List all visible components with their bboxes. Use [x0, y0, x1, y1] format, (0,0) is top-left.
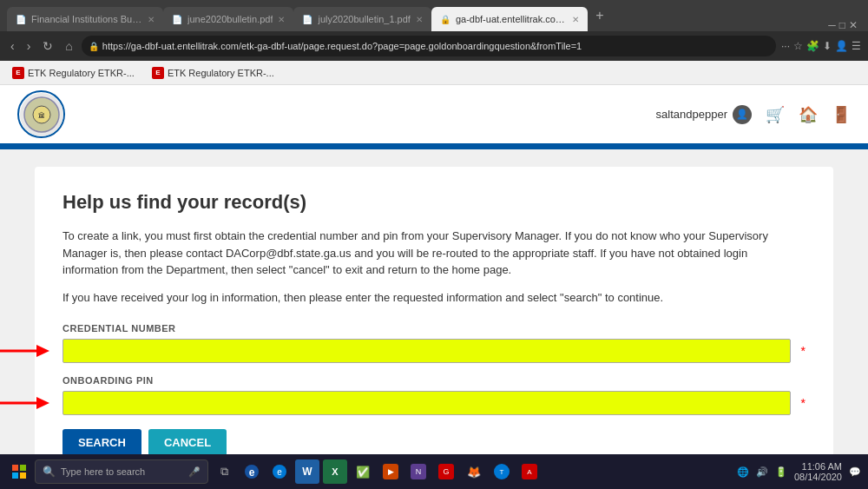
svg-marker-4 — [36, 345, 49, 357]
extensions-icon[interactable]: 🧩 — [806, 40, 819, 52]
app6-button[interactable]: N — [406, 459, 431, 484]
windows-start-button[interactable] — [7, 459, 31, 484]
svg-marker-6 — [36, 397, 49, 409]
button-row: SEARCH CANCEL — [62, 429, 806, 456]
back-button[interactable]: ‹ — [7, 37, 18, 55]
pin-label: ONBOARDING PIN — [62, 375, 806, 386]
app9-button[interactable]: T — [490, 459, 514, 484]
bookmark-1[interactable]: E ETK Regulatory ETKR-... — [147, 65, 279, 81]
battery-icon: 🔋 — [775, 466, 787, 478]
app7-button[interactable]: G — [434, 459, 458, 484]
pin-required-star: * — [801, 396, 806, 410]
credential-required-star: * — [801, 344, 806, 358]
tab-0[interactable]: 📄 Financial Institutions Bulletin /... ✕ — [7, 7, 163, 31]
description-1: To create a link, you must first obtain … — [62, 228, 806, 279]
main-content: Help us find your record(s) To create a … — [0, 149, 868, 489]
credential-label: CREDENTIAL NUMBER — [62, 323, 806, 334]
credential-number-input[interactable] — [62, 339, 791, 363]
edge-button[interactable]: e — [267, 459, 292, 484]
cancel-button[interactable]: CANCEL — [148, 429, 227, 456]
tab-1[interactable]: 📄 june2020bulletin.pdf ✕ — [163, 7, 293, 31]
app10-button[interactable]: A — [517, 459, 542, 484]
tab-bar: 📄 Financial Institutions Bulletin /... ✕… — [0, 0, 868, 31]
description-2: If you have received your log in informa… — [62, 289, 806, 307]
address-bar-row: ‹ › ↻ ⌂ 🔒 https://ga-dbf-uat.entellitrak… — [0, 31, 868, 61]
profile-icon[interactable]: 👤 — [835, 40, 848, 52]
tab-close-2[interactable]: ✕ — [416, 15, 423, 24]
close-button[interactable]: ✕ — [849, 19, 858, 31]
word-button[interactable]: W — [295, 459, 319, 484]
time-display: 11:06 AM 08/14/2020 — [794, 461, 842, 482]
bookmark-1-icon: E — [152, 67, 164, 79]
lock-icon: 🔒 — [89, 42, 99, 51]
taskbar-right: 🌐 🔊 🔋 11:06 AM 08/14/2020 💬 — [737, 461, 861, 482]
taskbar-search-text: Type here to search — [61, 466, 145, 477]
user-info: saltandpepper 👤 — [656, 105, 752, 124]
svg-text:🏛: 🏛 — [38, 111, 45, 120]
taskbar: 🔍 Type here to search 🎤 ⧉ e e W X ✅ ▶ N … — [0, 454, 868, 489]
checkmark-button[interactable]: ✅ — [351, 459, 375, 484]
restore-button[interactable]: □ — [839, 19, 845, 31]
tab-3[interactable]: 🔒 ga-dbf-uat.entellitrak.com/eti... ✕ — [431, 7, 588, 31]
red-arrow-1 — [0, 338, 54, 364]
app5-button[interactable]: ▶ — [378, 459, 403, 484]
bookmark-star-icon[interactable]: ☆ — [793, 40, 803, 52]
address-bar[interactable]: 🔒 https://ga-dbf-uat.entellitrak.com/etk… — [82, 36, 776, 56]
task-view-button[interactable]: ⧉ — [212, 459, 236, 484]
reload-button[interactable]: ↻ — [39, 37, 56, 55]
logo-image: 🏛 — [20, 93, 63, 136]
tab-close-3[interactable]: ✕ — [572, 15, 579, 24]
svg-rect-10 — [20, 465, 26, 471]
form-section: CREDENTIAL NUMBER * ONBOARDING PIN — [62, 323, 806, 456]
new-tab-button[interactable]: + — [588, 3, 612, 28]
tab-2[interactable]: 📄 july2020bulletin_1.pdf ✕ — [293, 7, 431, 31]
svg-rect-9 — [12, 465, 18, 471]
taskbar-search-box[interactable]: 🔍 Type here to search 🎤 — [35, 459, 208, 484]
network-icon: 🌐 — [737, 466, 749, 478]
forward-button[interactable]: › — [23, 37, 35, 55]
bookmark-0-icon: E — [12, 67, 24, 79]
svg-rect-11 — [12, 472, 18, 479]
site-logo: 🏛 — [17, 90, 65, 138]
username-label: saltandpepper — [656, 108, 727, 121]
credential-field-group: CREDENTIAL NUMBER * — [62, 323, 806, 363]
time: 11:06 AM — [794, 461, 842, 472]
content-card: Help us find your record(s) To create a … — [35, 167, 833, 480]
svg-rect-12 — [20, 472, 26, 479]
cart-icon[interactable]: 🛒 — [766, 105, 785, 124]
date: 08/14/2020 — [794, 472, 842, 482]
ie-button[interactable]: e — [240, 459, 264, 484]
taskbar-search-icon: 🔍 — [43, 466, 56, 478]
pin-field-group: ONBOARDING PIN * — [62, 375, 806, 415]
home-button[interactable]: ⌂ — [62, 37, 76, 55]
firefox-button[interactable]: 🦊 — [462, 459, 486, 484]
browser-chrome: 📄 Financial Institutions Bulletin /... ✕… — [0, 0, 868, 61]
minimize-button[interactable]: ─ — [828, 19, 836, 31]
svg-text:e: e — [249, 466, 255, 479]
volume-icon: 🔊 — [756, 466, 768, 478]
tab-close-1[interactable]: ✕ — [278, 15, 285, 24]
download-icon[interactable]: ⬇ — [823, 40, 832, 52]
header-right: saltandpepper 👤 🛒 🏠 🚪 — [656, 105, 851, 124]
settings-icon[interactable]: ··· — [781, 40, 790, 52]
logout-icon[interactable]: 🚪 — [832, 105, 851, 124]
excel-button[interactable]: X — [323, 459, 347, 484]
search-button[interactable]: SEARCH — [62, 429, 141, 456]
bookmarks-bar: E ETK Regulatory ETKR-... E ETK Regulato… — [0, 61, 868, 85]
site-header: 🏛 saltandpepper 👤 🛒 🏠 🚪 — [0, 85, 868, 146]
browser-actions: ··· ☆ 🧩 ⬇ 👤 ☰ — [781, 40, 861, 52]
notification-icon[interactable]: 💬 — [849, 466, 861, 478]
svg-text:e: e — [277, 467, 282, 477]
bookmark-0[interactable]: E ETK Regulatory ETKR-... — [7, 65, 140, 81]
mic-icon: 🎤 — [188, 466, 201, 478]
home-nav-icon[interactable]: 🏠 — [799, 105, 818, 124]
menu-icon[interactable]: ☰ — [852, 40, 861, 52]
user-avatar[interactable]: 👤 — [733, 105, 752, 124]
page-title: Help us find your record(s) — [62, 191, 806, 214]
onboarding-pin-input[interactable] — [62, 391, 791, 415]
tab-close-0[interactable]: ✕ — [148, 15, 155, 24]
red-arrow-2 — [0, 390, 54, 416]
